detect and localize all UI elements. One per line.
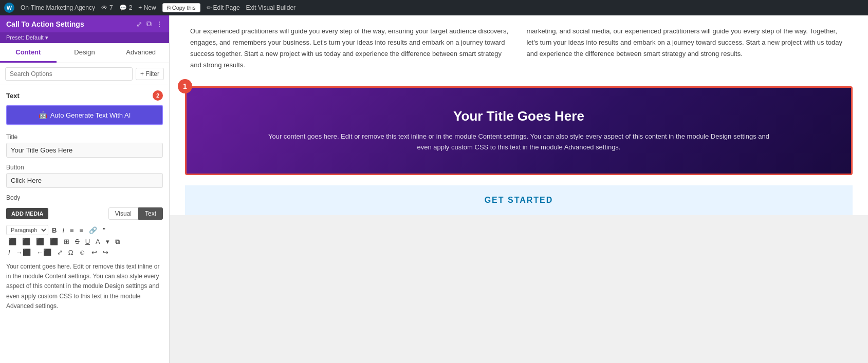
text-color-button[interactable]: A xyxy=(94,237,102,246)
fullscreen-icon[interactable]: ⤢ xyxy=(136,20,142,28)
underline-button[interactable]: U xyxy=(83,237,92,246)
align-right-button[interactable]: ⬛ xyxy=(34,237,46,246)
get-started-section: GET STARTED xyxy=(185,185,853,215)
split-icon[interactable]: ⧉ xyxy=(146,20,152,28)
ordered-list-button[interactable]: ≡ xyxy=(78,226,86,235)
main-layout: Call To Action Settings ⤢ ⧉ ⋮ Preset: De… xyxy=(0,15,868,363)
body-label: Body xyxy=(0,191,169,203)
text-col-left: Our experienced practitioners will guide… xyxy=(190,26,511,71)
site-name-link[interactable]: On-Time Marketing Agency xyxy=(21,4,95,11)
align-left-button[interactable]: ⬛ xyxy=(6,237,19,246)
comment-icon: 💬 xyxy=(119,4,127,11)
text-tab[interactable]: Text xyxy=(138,207,163,220)
table-button[interactable]: ⊞ xyxy=(62,237,71,246)
redo-button[interactable]: ↪ xyxy=(101,248,110,257)
title-label: Title xyxy=(6,133,163,141)
special-char-button[interactable]: Ω xyxy=(66,248,76,257)
visual-text-tabs: Visual Text xyxy=(108,207,163,220)
edit-page-button[interactable]: ✏ Edit Page xyxy=(207,4,240,11)
copy-this-button[interactable]: ⎘ Copy this xyxy=(162,3,200,12)
cta-title: Your Title Goes Here xyxy=(202,108,836,124)
page-content: Our experienced practitioners will guide… xyxy=(170,15,868,215)
ai-generate-button[interactable]: 🤖 Auto Generate Text With AI xyxy=(6,105,163,125)
wp-icon[interactable]: W xyxy=(4,3,14,13)
justify-button[interactable]: ⬛ xyxy=(48,237,60,246)
right-col-text: marketing, and social media, our experie… xyxy=(527,26,848,60)
blockquote-button[interactable]: " xyxy=(101,226,107,235)
panel-header-icons: ⤢ ⧉ ⋮ xyxy=(136,20,163,28)
outdent-button[interactable]: ←⬛ xyxy=(34,248,53,257)
views-item[interactable]: 👁 7 xyxy=(101,4,113,11)
new-button[interactable]: + New xyxy=(138,4,156,11)
align-center-button[interactable]: ⬛ xyxy=(20,237,32,246)
title-input[interactable] xyxy=(6,143,163,158)
body-top-row: ADD MEDIA Visual Text xyxy=(0,203,169,224)
panel-header: Call To Action Settings ⤢ ⧉ ⋮ xyxy=(0,15,169,32)
search-row: + Filter xyxy=(0,63,169,85)
comments-item[interactable]: 💬 2 xyxy=(119,4,133,11)
text-badge: 2 xyxy=(153,90,163,101)
text-section-header: Text 2 xyxy=(0,85,169,103)
more-options-icon[interactable]: ⋮ xyxy=(156,20,163,28)
top-bar: W On-Time Marketing Agency 👁 7 💬 2 + New… xyxy=(0,0,868,15)
cta-body: Your content goes here. Edit or remove t… xyxy=(265,131,772,153)
add-media-button[interactable]: ADD MEDIA xyxy=(6,208,48,219)
paragraph-select[interactable]: Paragraph xyxy=(6,225,48,235)
bold-button[interactable]: B xyxy=(50,226,59,235)
expand-button[interactable]: ⤢ xyxy=(55,248,65,257)
title-field-group: Title xyxy=(0,130,169,161)
italic-button[interactable]: I xyxy=(60,226,66,235)
more-toolbar-button[interactable]: ▾ xyxy=(104,237,112,246)
body-text: Your content goes here. Edit or remove t… xyxy=(0,258,169,315)
toolbar-row-2: ⬛ ⬛ ⬛ ⬛ ⊞ S U A ▾ ⧉ xyxy=(0,236,169,247)
strikethrough-button[interactable]: S xyxy=(73,237,82,246)
get-started-title: GET STARTED xyxy=(200,196,837,205)
content-area: Our experienced practitioners will guide… xyxy=(170,15,868,363)
left-col-text: Our experienced practitioners will guide… xyxy=(190,26,511,71)
exit-builder-button[interactable]: Exit Visual Builder xyxy=(246,4,296,11)
link-button[interactable]: 🔗 xyxy=(87,226,99,235)
ai-icon: 🤖 xyxy=(39,111,47,119)
panel-title: Call To Action Settings xyxy=(6,20,84,28)
eye-icon: 👁 xyxy=(101,4,107,11)
undo-button[interactable]: ↩ xyxy=(89,248,99,257)
visual-tab[interactable]: Visual xyxy=(108,207,138,220)
tab-advanced[interactable]: Advanced xyxy=(113,43,169,63)
indent-button[interactable]: →⬛ xyxy=(14,248,33,257)
text-columns: Our experienced practitioners will guide… xyxy=(170,15,868,86)
button-field-group: Button xyxy=(0,161,169,191)
filter-button[interactable]: + Filter xyxy=(136,68,164,80)
text-section-label: Text xyxy=(6,92,20,100)
pencil-icon: ✏ xyxy=(207,4,212,11)
search-input[interactable] xyxy=(5,67,133,81)
button-input[interactable] xyxy=(6,173,163,188)
italic2-button[interactable]: I xyxy=(6,248,12,257)
button-label: Button xyxy=(6,164,163,171)
cta-wrapper: 1 Your Title Goes Here Your content goes… xyxy=(185,86,853,175)
toolbar-row-3: I →⬛ ←⬛ ⤢ Ω ☺ ↩ ↪ xyxy=(0,247,169,258)
emoji-button[interactable]: ☺ xyxy=(77,248,87,257)
paste-button[interactable]: ⧉ xyxy=(113,237,122,246)
tab-design[interactable]: Design xyxy=(57,43,113,63)
tabs-row: Content Design Advanced xyxy=(0,43,169,63)
unordered-list-button[interactable]: ≡ xyxy=(68,226,76,235)
left-panel: Call To Action Settings ⤢ ⧉ ⋮ Preset: De… xyxy=(0,15,170,363)
preset-row: Preset: Default ▾ xyxy=(0,32,169,43)
cta-box: Your Title Goes Here Your content goes h… xyxy=(185,86,853,175)
tab-content[interactable]: Content xyxy=(0,43,57,63)
toolbar-row-1: Paragraph B I ≡ ≡ 🔗 " xyxy=(0,224,169,236)
copy-icon: ⎘ xyxy=(167,5,171,11)
text-col-right: marketing, and social media, our experie… xyxy=(527,26,848,71)
